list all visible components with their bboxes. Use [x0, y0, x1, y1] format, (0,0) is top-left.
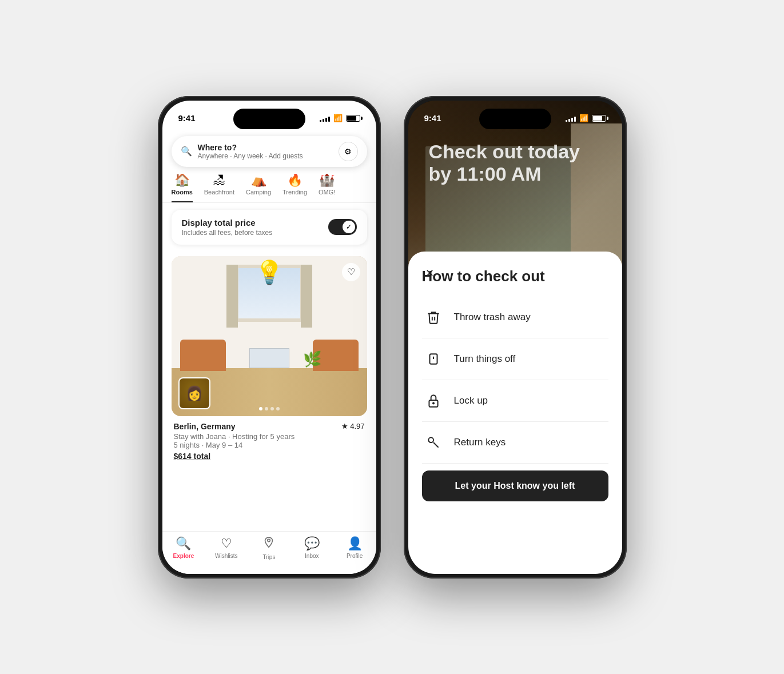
cat-camping[interactable]: ⛺ Camping: [246, 174, 271, 202]
trash-icon: [422, 306, 445, 329]
camping-icon: ⛺: [251, 174, 266, 186]
phone1-content: 🔍 Where to? Anywhere · Any week · Add gu…: [162, 131, 376, 574]
wishlists-label: Wishlists: [215, 553, 237, 559]
plant-icon: 🌿: [303, 350, 321, 368]
search-main-text: Where to?: [198, 143, 333, 152]
keys-label: Return keys: [454, 437, 506, 448]
notify-host-button[interactable]: Let your Host know you left: [422, 470, 608, 501]
beachfront-label: Beachfront: [204, 189, 234, 196]
explore-label: Explore: [173, 553, 194, 559]
listing-card[interactable]: 💡 🌿 ♡ 👩 Berlin,: [172, 256, 367, 531]
price-toggle-title: Display total price: [182, 218, 273, 228]
nav-wishlists[interactable]: ♡ Wishlists: [205, 536, 248, 560]
status-icons-2: 📶: [566, 114, 606, 122]
price-toggle-card: Display total price Includes all fees, b…: [172, 210, 367, 245]
rooms-label: Rooms: [172, 189, 193, 196]
checkout-item-trash: Throw trash away: [422, 297, 608, 338]
price-toggle-switch[interactable]: ✓: [328, 219, 357, 235]
time-2: 9:41: [424, 113, 441, 123]
omg-label: OMG!: [319, 189, 335, 196]
svg-point-0: [268, 539, 270, 542]
checkout-item-keys: Return keys: [422, 422, 608, 464]
checkout-sheet: ✕ How to check out Throw trash away Turn…: [408, 252, 622, 573]
checkout-subtitle: by 11:00 AM: [429, 163, 602, 185]
rooms-icon: 🏠: [174, 174, 190, 186]
dynamic-island-2: [479, 109, 551, 129]
omg-icon: 🏰: [319, 174, 335, 186]
signal-icon-2: [566, 115, 576, 122]
lamp-icon: 💡: [255, 259, 284, 286]
trending-label: Trending: [282, 189, 307, 196]
image-dots: [259, 407, 280, 410]
listing-dates: 5 nights · May 9 – 14: [174, 441, 365, 449]
search-icon: 🔍: [181, 146, 192, 157]
host-avatar: 👩: [178, 377, 210, 409]
profile-icon: 👤: [347, 536, 363, 551]
cat-trending[interactable]: 🔥 Trending: [282, 174, 307, 202]
battery-icon-2: [592, 115, 606, 122]
checkout-item-lockup: Lock up: [422, 380, 608, 422]
turnoff-icon: [422, 348, 445, 370]
time-1: 9:41: [178, 113, 196, 123]
wifi-icon: 📶: [333, 114, 343, 122]
status-icons-1: 📶: [320, 114, 360, 122]
star-icon: ★: [341, 422, 348, 430]
listing-location: Berlin, Germany: [174, 422, 236, 431]
nav-inbox[interactable]: 💬 Inbox: [290, 536, 333, 560]
sheet-title: How to check out: [422, 268, 608, 285]
wishlists-icon: ♡: [221, 536, 232, 551]
beachfront-icon: 🏖: [213, 174, 225, 186]
listing-host: Stay with Joana · Hosting for 5 years: [174, 432, 365, 441]
close-button[interactable]: ✕: [422, 265, 438, 281]
lockup-icon: [422, 389, 445, 412]
nav-profile[interactable]: 👤 Profile: [333, 536, 376, 560]
cat-beachfront[interactable]: 🏖 Beachfront: [204, 174, 234, 202]
turnoff-label: Turn things off: [454, 353, 516, 365]
trips-icon: [262, 536, 275, 552]
trips-label: Trips: [263, 554, 276, 560]
toggle-knob: ✓: [343, 221, 355, 233]
listing-rating: ★ 4.97: [341, 422, 364, 430]
cat-omg[interactable]: 🏰 OMG!: [319, 174, 335, 202]
search-sub-text: Anywhere · Any week · Add guests: [198, 152, 333, 160]
checkout-title: Check out today: [429, 141, 602, 163]
phone-1: 9:41 📶 🔍 Where to? Anyw: [158, 96, 381, 579]
price-toggle-subtitle: Includes all fees, before taxes: [182, 229, 273, 237]
lockup-label: Lock up: [454, 395, 488, 406]
svg-point-5: [428, 438, 433, 443]
filter-button[interactable]: ⚙: [339, 142, 358, 161]
category-tabs: 🏠 Rooms 🏖 Beachfront ⛺ Camping 🔥 Trendin…: [162, 174, 376, 203]
nav-explore[interactable]: 🔍 Explore: [162, 536, 205, 560]
trash-label: Throw trash away: [454, 312, 531, 323]
battery-icon: [346, 115, 360, 122]
dynamic-island-1: [233, 109, 305, 129]
svg-point-4: [432, 403, 433, 404]
trending-icon: 🔥: [287, 174, 303, 186]
profile-label: Profile: [347, 553, 363, 559]
listing-image: 💡 🌿 ♡ 👩: [172, 256, 367, 416]
listing-price: $614 total: [174, 452, 365, 461]
phone-2: 9:41 📶 Check out today by 11:00 AM ✕: [404, 96, 627, 579]
keys-icon: [422, 431, 445, 454]
nav-trips[interactable]: Trips: [248, 536, 290, 560]
bottom-nav: 🔍 Explore ♡ Wishlists Trips 💬 Inbox: [162, 531, 376, 574]
search-bar[interactable]: 🔍 Where to? Anywhere · Any week · Add gu…: [172, 136, 367, 167]
wishlist-button[interactable]: ♡: [342, 263, 360, 281]
wifi-icon-2: 📶: [579, 114, 588, 122]
inbox-icon: 💬: [304, 536, 320, 551]
checkout-item-turnoff: Turn things off: [422, 338, 608, 380]
signal-icon: [320, 115, 330, 122]
checkout-time-overlay: Check out today by 11:00 AM: [429, 141, 602, 185]
camping-label: Camping: [246, 189, 271, 196]
cat-rooms[interactable]: 🏠 Rooms: [172, 174, 193, 202]
explore-icon: 🔍: [176, 536, 191, 551]
listing-info: Berlin, Germany ★ 4.97 Stay with Joana ·…: [172, 416, 367, 461]
inbox-label: Inbox: [305, 553, 319, 559]
